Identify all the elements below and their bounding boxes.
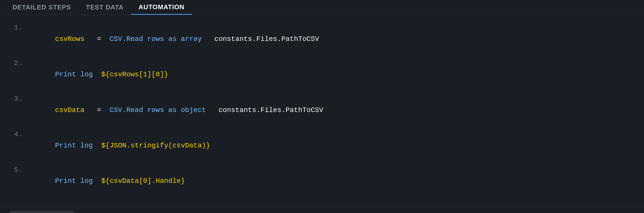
code-line-4: 4. Print log ${JSON.stringify(csvData)}	[10, 129, 634, 162]
tab-test-data[interactable]: TEST DATA	[78, 0, 131, 15]
code-content-2: Print log ${csvRows[1][0]}	[30, 58, 168, 91]
code-editor: 1. csvRows = CSV.Read rows as array cons…	[0, 15, 644, 208]
code-line-5: 5. Print log ${csvData[0].Handle}	[10, 164, 634, 198]
toolbar: Record steps | + Add Step | # Add Commen…	[0, 208, 644, 213]
record-steps-button[interactable]: Record steps	[10, 211, 74, 213]
code-line-3: 3. csvData = CSV.Read rows as object con…	[10, 94, 634, 127]
code-content-4: Print log ${JSON.stringify(csvData)}	[30, 129, 210, 162]
line-number-4: 4.	[10, 129, 22, 140]
code-content-5: Print log ${csvData[0].Handle}	[30, 164, 185, 198]
tab-automation[interactable]: AUTOMATION	[131, 0, 192, 15]
code-content-3: csvData = CSV.Read rows as object consta…	[30, 94, 323, 127]
line-number-1: 1.	[10, 22, 22, 34]
code-line-1: 1. csvRows = CSV.Read rows as array cons…	[10, 22, 634, 56]
line-number-3: 3.	[10, 94, 22, 105]
line-number-5: 5.	[10, 164, 22, 176]
code-content-1: csvRows = CSV.Read rows as array constan…	[30, 22, 319, 56]
line-number-2: 2.	[10, 58, 22, 69]
tab-detailed-steps[interactable]: DETAILED STEPS	[5, 0, 78, 15]
tab-bar: DETAILED STEPS TEST DATA AUTOMATION	[0, 0, 644, 15]
code-line-2: 2. Print log ${csvRows[1][0]}	[10, 58, 634, 91]
